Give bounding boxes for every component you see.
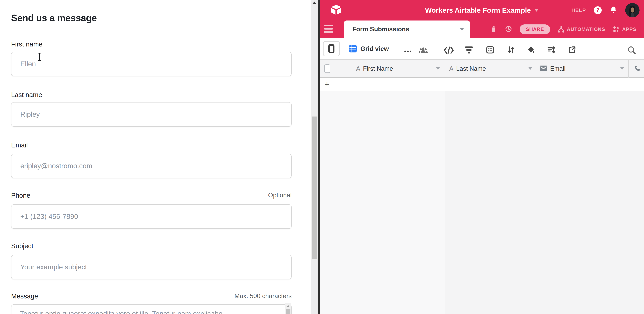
column-header-email[interactable]: Email [540, 60, 566, 78]
row-height-icon[interactable] [547, 46, 556, 55]
message-textarea[interactable] [11, 304, 292, 314]
tab-form-submissions[interactable]: Form Submissions [344, 21, 470, 38]
table-tabs-bar: Form Submissions SHARE [320, 21, 644, 38]
scrollbar-up-icon[interactable] [312, 2, 316, 4]
question-help-icon[interactable]: ? [594, 6, 602, 14]
message-group: Message Max. 500 characters [11, 292, 292, 300]
last-name-caret-icon[interactable] [528, 67, 532, 70]
hamburger-menu-icon[interactable] [324, 25, 333, 34]
column-border[interactable] [536, 60, 536, 78]
textarea-scrollbar-thumb[interactable] [286, 309, 290, 314]
sort-icon[interactable] [506, 46, 515, 55]
subject-input[interactable] [11, 255, 292, 279]
grid-view-label[interactable]: Grid view [360, 45, 389, 53]
text-field-type-icon: A [449, 65, 454, 73]
topbar-right-cluster: HELP ? [572, 0, 640, 21]
subject-group: Subject [11, 242, 292, 250]
screen: Send us a message First name Last name E… [0, 0, 644, 314]
share-button[interactable]: SHARE [520, 25, 550, 34]
base-title[interactable]: Workers Airtable Form Example [425, 6, 531, 14]
help-button[interactable]: HELP [572, 8, 586, 13]
first-name-group: First name [11, 41, 292, 48]
column-header-row: A First Name A Last Name Email [320, 60, 644, 78]
view-toolbar: Grid view [320, 38, 644, 60]
notifications-bell-icon[interactable] [610, 6, 618, 15]
hide-fields-icon[interactable] [443, 46, 454, 55]
first-name-label: First name [11, 41, 42, 48]
message-label: Message [11, 292, 38, 300]
column-border[interactable] [445, 60, 445, 78]
history-icon[interactable] [504, 25, 512, 34]
automations-label: AUTOMATIONS [567, 27, 605, 32]
view-more-options-icon[interactable] [404, 51, 412, 52]
column-header-phone[interactable]: Phone [634, 60, 644, 78]
phone-group: Phone Optional [11, 192, 292, 199]
group-icon[interactable] [486, 46, 494, 55]
base-title-chevron-down-icon[interactable] [534, 9, 539, 12]
first-name-caret-icon[interactable] [436, 67, 440, 70]
grid-empty-area [445, 91, 644, 314]
filter-icon[interactable] [465, 47, 473, 55]
add-record-row[interactable]: + [320, 78, 644, 91]
last-name-input[interactable] [11, 102, 292, 127]
share-view-icon[interactable] [568, 46, 576, 55]
search-icon[interactable] [627, 46, 636, 55]
page-scrollbar[interactable] [311, 0, 318, 314]
last-name-label: Last name [11, 91, 42, 98]
views-sidebar-toggle-button[interactable] [323, 41, 340, 56]
email-label: Email [11, 141, 28, 149]
text-field-type-icon: A [356, 65, 360, 73]
form-heading: Send us a message [11, 13, 97, 24]
phone-input[interactable] [11, 204, 292, 229]
apps-button[interactable]: APPS [612, 25, 636, 33]
apps-label: APPS [622, 27, 636, 32]
page-scrollbar-thumb[interactable] [312, 117, 317, 259]
airtable-topbar: Workers Airtable Form Example HELP ? [320, 0, 644, 21]
sidebar-panel-icon [328, 44, 334, 53]
add-record-plus-icon[interactable]: + [324, 80, 329, 89]
contact-form-panel: Send us a message First name Last name E… [0, 0, 311, 314]
table-tab-label: Form Submissions [352, 26, 409, 33]
subject-label: Subject [11, 242, 33, 250]
automations-button[interactable]: AUTOMATIONS [557, 25, 605, 33]
phone-label: Phone [11, 192, 30, 199]
email-input[interactable] [11, 154, 292, 178]
column-border[interactable] [628, 60, 629, 78]
last-name-group: Last name [11, 91, 292, 99]
toolbar-divider [436, 44, 436, 54]
collaborators-icon[interactable] [418, 46, 428, 55]
user-avatar[interactable] [625, 3, 640, 18]
phone-field-type-icon [634, 65, 641, 73]
email-group: Email [11, 141, 292, 149]
grid-empty-area [320, 91, 445, 314]
color-icon[interactable] [526, 46, 536, 55]
first-name-input[interactable] [11, 52, 292, 76]
scroll-up-icon[interactable] [286, 305, 290, 307]
column-border [445, 78, 445, 91]
column-header-last-name[interactable]: A Last Name [449, 60, 486, 78]
grid-view-icon[interactable] [349, 45, 357, 54]
window-divider [318, 0, 320, 314]
airtable-window: Workers Airtable Form Example HELP ? [320, 0, 644, 314]
trash-icon[interactable] [490, 25, 497, 34]
message-maxchars-note: Max. 500 characters [234, 292, 292, 300]
text-cursor-icon [38, 53, 41, 61]
table-tab-chevron-down-icon[interactable] [460, 28, 464, 31]
email-caret-icon[interactable] [620, 67, 624, 70]
column-header-first-name[interactable]: A First Name [356, 60, 393, 78]
phone-optional-note: Optional [268, 192, 292, 199]
textarea-scrollbar[interactable] [285, 303, 291, 314]
email-field-type-icon [540, 65, 548, 72]
select-all-checkbox[interactable] [324, 64, 330, 73]
tabs-bar-right-cluster: SHARE AUTOMATIONS [490, 21, 636, 38]
